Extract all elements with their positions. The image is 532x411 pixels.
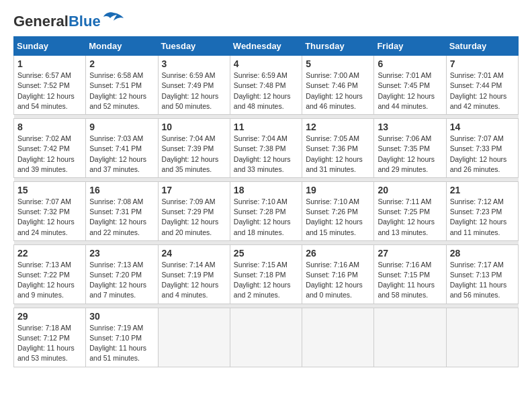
logo-bird-icon xyxy=(103,11,124,26)
calendar-cell: 12Sunrise: 7:05 AM Sunset: 7:36 PM Dayli… xyxy=(302,119,374,178)
day-info: Sunrise: 7:03 AM Sunset: 7:41 PM Dayligh… xyxy=(89,134,154,175)
calendar-cell: 5Sunrise: 7:00 AM Sunset: 7:46 PM Daylig… xyxy=(302,56,374,115)
calendar-cell: 14Sunrise: 7:07 AM Sunset: 7:33 PM Dayli… xyxy=(446,119,518,178)
day-info: Sunrise: 7:11 AM Sunset: 7:25 PM Dayligh… xyxy=(378,197,442,238)
calendar-cell: 21Sunrise: 7:12 AM Sunset: 7:23 PM Dayli… xyxy=(446,181,518,240)
header-tuesday: Tuesday xyxy=(158,37,230,56)
calendar-cell: 25Sunrise: 7:15 AM Sunset: 7:18 PM Dayli… xyxy=(230,244,302,304)
calendar-week-row: 8Sunrise: 7:02 AM Sunset: 7:42 PM Daylig… xyxy=(14,119,519,178)
day-number: 3 xyxy=(162,58,226,69)
day-number: 12 xyxy=(306,122,370,132)
day-number: 30 xyxy=(89,311,154,322)
day-number: 27 xyxy=(378,248,442,259)
day-number: 7 xyxy=(450,58,515,69)
calendar-cell: 27Sunrise: 7:16 AM Sunset: 7:15 PM Dayli… xyxy=(374,244,446,304)
day-info: Sunrise: 7:19 AM Sunset: 7:10 PM Dayligh… xyxy=(89,323,154,364)
day-number: 26 xyxy=(306,248,370,259)
calendar-cell xyxy=(302,308,374,367)
logo: GeneralBlue xyxy=(13,13,124,30)
calendar-cell xyxy=(158,308,230,367)
calendar-cell: 8Sunrise: 7:02 AM Sunset: 7:42 PM Daylig… xyxy=(14,119,86,178)
calendar-cell: 2Sunrise: 6:58 AM Sunset: 7:51 PM Daylig… xyxy=(86,56,158,115)
day-info: Sunrise: 7:08 AM Sunset: 7:31 PM Dayligh… xyxy=(89,197,154,238)
day-info: Sunrise: 7:05 AM Sunset: 7:36 PM Dayligh… xyxy=(306,134,370,175)
logo-text: GeneralBlue xyxy=(13,13,101,30)
day-number: 23 xyxy=(89,248,154,259)
day-number: 24 xyxy=(162,248,226,259)
calendar-cell: 19Sunrise: 7:10 AM Sunset: 7:26 PM Dayli… xyxy=(302,181,374,240)
day-number: 5 xyxy=(306,58,370,69)
day-number: 14 xyxy=(450,122,515,132)
day-info: Sunrise: 7:07 AM Sunset: 7:33 PM Dayligh… xyxy=(450,134,515,175)
calendar-cell: 4Sunrise: 6:59 AM Sunset: 7:48 PM Daylig… xyxy=(230,56,302,115)
day-info: Sunrise: 7:06 AM Sunset: 7:35 PM Dayligh… xyxy=(378,134,442,175)
day-info: Sunrise: 7:00 AM Sunset: 7:46 PM Dayligh… xyxy=(306,71,370,111)
day-number: 22 xyxy=(17,248,82,259)
day-number: 17 xyxy=(162,185,226,195)
calendar-week-row: 22Sunrise: 7:13 AM Sunset: 7:22 PM Dayli… xyxy=(14,244,519,304)
calendar-cell: 7Sunrise: 7:01 AM Sunset: 7:44 PM Daylig… xyxy=(446,56,518,115)
day-number: 2 xyxy=(89,58,154,69)
day-info: Sunrise: 7:15 AM Sunset: 7:18 PM Dayligh… xyxy=(234,260,298,301)
calendar-cell: 15Sunrise: 7:07 AM Sunset: 7:32 PM Dayli… xyxy=(14,181,86,240)
calendar-cell: 18Sunrise: 7:10 AM Sunset: 7:28 PM Dayli… xyxy=(230,181,302,240)
header-saturday: Saturday xyxy=(446,37,518,56)
calendar-week-row: 1Sunrise: 6:57 AM Sunset: 7:52 PM Daylig… xyxy=(14,56,519,115)
calendar-cell: 13Sunrise: 7:06 AM Sunset: 7:35 PM Dayli… xyxy=(374,119,446,178)
calendar-cell: 6Sunrise: 7:01 AM Sunset: 7:45 PM Daylig… xyxy=(374,56,446,115)
day-info: Sunrise: 7:10 AM Sunset: 7:28 PM Dayligh… xyxy=(234,197,298,238)
day-info: Sunrise: 6:59 AM Sunset: 7:49 PM Dayligh… xyxy=(162,71,226,111)
calendar-cell: 17Sunrise: 7:09 AM Sunset: 7:29 PM Dayli… xyxy=(158,181,230,240)
calendar-cell: 1Sunrise: 6:57 AM Sunset: 7:52 PM Daylig… xyxy=(14,56,86,115)
calendar-header-row: SundayMondayTuesdayWednesdayThursdayFrid… xyxy=(14,37,519,56)
calendar-week-row: 29Sunrise: 7:18 AM Sunset: 7:12 PM Dayli… xyxy=(14,308,519,367)
calendar-week-row: 15Sunrise: 7:07 AM Sunset: 7:32 PM Dayli… xyxy=(14,181,519,240)
day-info: Sunrise: 6:58 AM Sunset: 7:51 PM Dayligh… xyxy=(89,71,154,111)
calendar-cell: 26Sunrise: 7:16 AM Sunset: 7:16 PM Dayli… xyxy=(302,244,374,304)
day-info: Sunrise: 7:12 AM Sunset: 7:23 PM Dayligh… xyxy=(450,197,515,238)
day-info: Sunrise: 7:10 AM Sunset: 7:26 PM Dayligh… xyxy=(306,197,370,238)
day-info: Sunrise: 7:01 AM Sunset: 7:45 PM Dayligh… xyxy=(378,71,442,111)
day-number: 9 xyxy=(89,122,154,132)
calendar-cell xyxy=(446,308,518,367)
day-info: Sunrise: 7:18 AM Sunset: 7:12 PM Dayligh… xyxy=(17,323,82,364)
calendar-cell: 30Sunrise: 7:19 AM Sunset: 7:10 PM Dayli… xyxy=(86,308,158,367)
day-number: 28 xyxy=(450,248,515,259)
day-info: Sunrise: 7:14 AM Sunset: 7:19 PM Dayligh… xyxy=(162,260,226,301)
calendar-cell: 22Sunrise: 7:13 AM Sunset: 7:22 PM Dayli… xyxy=(14,244,86,304)
calendar-cell xyxy=(374,308,446,367)
day-number: 18 xyxy=(234,185,298,195)
calendar-cell: 28Sunrise: 7:17 AM Sunset: 7:13 PM Dayli… xyxy=(446,244,518,304)
calendar-cell: 23Sunrise: 7:13 AM Sunset: 7:20 PM Dayli… xyxy=(86,244,158,304)
day-number: 4 xyxy=(234,58,298,69)
day-number: 21 xyxy=(450,185,515,195)
day-number: 29 xyxy=(17,311,82,322)
calendar-cell: 16Sunrise: 7:08 AM Sunset: 7:31 PM Dayli… xyxy=(86,181,158,240)
day-info: Sunrise: 7:13 AM Sunset: 7:20 PM Dayligh… xyxy=(89,260,154,301)
day-info: Sunrise: 6:59 AM Sunset: 7:48 PM Dayligh… xyxy=(234,71,298,111)
day-number: 16 xyxy=(89,185,154,195)
day-info: Sunrise: 7:09 AM Sunset: 7:29 PM Dayligh… xyxy=(162,197,226,238)
day-number: 25 xyxy=(234,248,298,259)
calendar-cell: 9Sunrise: 7:03 AM Sunset: 7:41 PM Daylig… xyxy=(86,119,158,178)
calendar-cell: 24Sunrise: 7:14 AM Sunset: 7:19 PM Dayli… xyxy=(158,244,230,304)
day-number: 1 xyxy=(17,58,82,69)
calendar-cell xyxy=(230,308,302,367)
day-info: Sunrise: 7:16 AM Sunset: 7:15 PM Dayligh… xyxy=(378,260,442,301)
day-number: 19 xyxy=(306,185,370,195)
day-number: 6 xyxy=(378,58,442,69)
day-number: 20 xyxy=(378,185,442,195)
day-info: Sunrise: 7:16 AM Sunset: 7:16 PM Dayligh… xyxy=(306,260,370,301)
day-info: Sunrise: 7:01 AM Sunset: 7:44 PM Dayligh… xyxy=(450,71,515,111)
day-info: Sunrise: 6:57 AM Sunset: 7:52 PM Dayligh… xyxy=(17,71,82,111)
calendar-cell: 20Sunrise: 7:11 AM Sunset: 7:25 PM Dayli… xyxy=(374,181,446,240)
calendar-table: SundayMondayTuesdayWednesdayThursdayFrid… xyxy=(13,36,519,367)
day-info: Sunrise: 7:04 AM Sunset: 7:38 PM Dayligh… xyxy=(234,134,298,175)
day-info: Sunrise: 7:02 AM Sunset: 7:42 PM Dayligh… xyxy=(17,134,82,175)
header-friday: Friday xyxy=(374,37,446,56)
day-info: Sunrise: 7:04 AM Sunset: 7:39 PM Dayligh… xyxy=(162,134,226,175)
day-number: 8 xyxy=(17,122,82,132)
header-sunday: Sunday xyxy=(14,37,86,56)
page-header: GeneralBlue xyxy=(13,13,519,30)
calendar-cell: 3Sunrise: 6:59 AM Sunset: 7:49 PM Daylig… xyxy=(158,56,230,115)
